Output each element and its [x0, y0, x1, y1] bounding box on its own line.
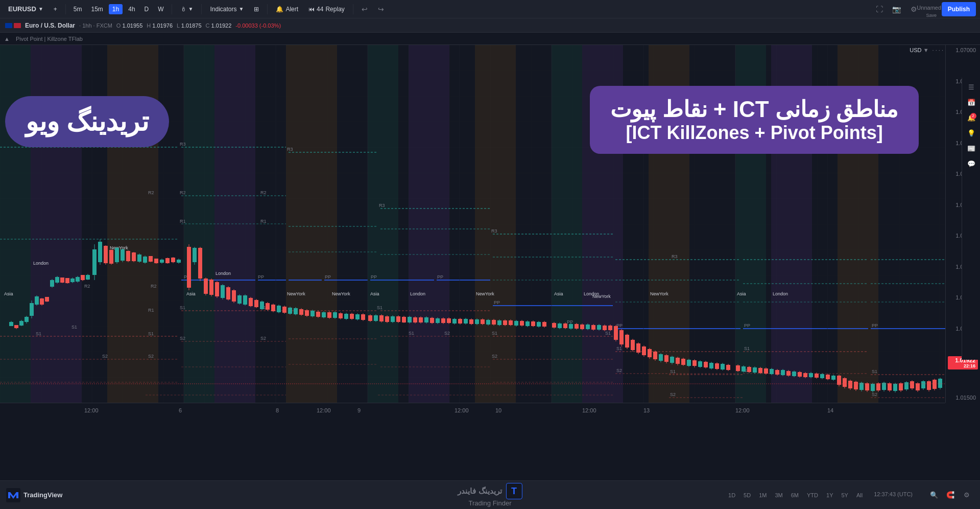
separator4: [267, 4, 268, 14]
date-label-12-5: 12:00: [735, 407, 750, 413]
account-name: Unnamed: [917, 5, 941, 11]
zoom-icon[interactable]: 🔍: [927, 488, 941, 502]
svg-rect-101: [282, 307, 286, 313]
chart-area[interactable]: تریدینگ ویو مناطق زمانی ICT + نقاط پیوت …: [0, 45, 980, 403]
btf-3m[interactable]: 3M: [772, 491, 785, 499]
tf-4h[interactable]: 4h: [125, 4, 138, 14]
svg-rect-219: [619, 330, 624, 344]
s1-label-2: S1: [180, 305, 185, 310]
ideas-icon[interactable]: 💡: [964, 126, 978, 140]
fullscreen-button[interactable]: ⛶: [872, 2, 887, 16]
svg-rect-307: [871, 384, 875, 391]
undo-icon: ↩: [362, 5, 368, 13]
r2-label-3: R2: [260, 190, 267, 195]
account-selector[interactable]: Unnamed ▼ Save: [924, 1, 939, 18]
svg-rect-91: [254, 300, 258, 307]
magnet-icon[interactable]: 🧲: [943, 488, 958, 502]
btf-1y[interactable]: 1Y: [823, 491, 836, 499]
svg-rect-209: [591, 325, 595, 330]
newyork-label-2: NewYork: [287, 291, 305, 296]
svg-rect-7: [19, 321, 23, 326]
r3-label-4: R3: [491, 228, 497, 234]
svg-rect-143: [402, 317, 406, 322]
btf-all[interactable]: All: [853, 491, 866, 499]
indicators-button[interactable]: Indicators ▼: [206, 4, 248, 15]
news-icon[interactable]: 📰: [964, 141, 978, 155]
btf-1d[interactable]: 1D: [725, 491, 738, 499]
svg-rect-279: [792, 372, 796, 376]
svg-rect-85: [237, 295, 242, 304]
chevron-down-icon: ▼: [38, 6, 43, 12]
s1-label-10: S1: [616, 346, 622, 351]
tf-1h[interactable]: 1h: [109, 4, 123, 14]
svg-rect-159: [447, 318, 451, 323]
s2-label-9: S2: [872, 392, 877, 397]
svg-rect-177: [497, 320, 501, 325]
date-label-13: 13: [643, 407, 650, 413]
svg-rect-37: [98, 242, 102, 262]
s2-label-4: S2: [260, 336, 266, 341]
redo-button[interactable]: ↪: [374, 2, 388, 16]
r2-label-1: R2: [180, 190, 186, 195]
tf-5m[interactable]: 5m: [70, 4, 86, 14]
newyork-label-4: NewYork: [476, 291, 494, 296]
svg-rect-185: [520, 321, 524, 326]
svg-rect-267: [758, 368, 762, 373]
svg-rect-173: [486, 320, 490, 325]
alert-button[interactable]: 🔔 Alert: [272, 4, 302, 15]
tf-d[interactable]: D: [141, 4, 153, 14]
svg-rect-273: [775, 370, 779, 375]
svg-rect-111: [310, 311, 315, 316]
btf-5d[interactable]: 5D: [740, 491, 754, 499]
r1-label-1: R1: [148, 308, 154, 313]
svg-rect-233: [659, 354, 663, 361]
layout-button[interactable]: ⊞: [250, 4, 263, 15]
btf-ytd[interactable]: YTD: [804, 491, 821, 499]
undo-button[interactable]: ↩: [357, 2, 372, 16]
screenshot-button[interactable]: 📷: [890, 2, 904, 16]
svg-rect-11: [30, 303, 34, 316]
svg-rect-259: [736, 365, 740, 371]
s2-label-1: S2: [102, 354, 108, 359]
banner-left: تریدینگ ویو: [5, 96, 169, 147]
tf-15m[interactable]: 15m: [88, 4, 107, 14]
svg-rect-187: [525, 321, 530, 326]
pair-label: EURUSD: [8, 5, 36, 13]
s2-label-3: S2: [180, 336, 185, 341]
chart-type-button[interactable]: 🕯 ▼: [176, 4, 198, 15]
svg-rect-35: [92, 249, 97, 275]
btf-1m[interactable]: 1M: [756, 491, 770, 499]
r3-label-3: R3: [379, 203, 385, 208]
svg-rect-277: [786, 371, 791, 376]
chat-icon[interactable]: 💬: [964, 156, 978, 171]
layout-icon: ⊞: [254, 6, 259, 13]
svg-rect-59: [160, 260, 164, 263]
publish-button[interactable]: Publish: [942, 2, 976, 16]
svg-rect-317: [899, 383, 903, 390]
btf-5y[interactable]: 5Y: [838, 491, 851, 499]
s1-label-4: S1: [377, 305, 383, 310]
pp-label-5: PP: [437, 274, 443, 280]
svg-rect-203: [575, 324, 579, 329]
svg-rect-269: [764, 368, 768, 374]
replay-icon: ⏮: [308, 6, 315, 13]
alerts-icon[interactable]: 🔔 2: [964, 110, 978, 125]
r2-label-4: R2: [84, 284, 90, 289]
svg-rect-241: [681, 359, 685, 365]
calendar-icon[interactable]: 📅: [964, 95, 978, 109]
pair-selector[interactable]: EURUSD ▼: [4, 3, 47, 15]
btf-6m[interactable]: 6M: [788, 491, 802, 499]
svg-rect-151: [424, 317, 428, 322]
add-symbol-button[interactable]: +: [50, 4, 61, 15]
expand-icon[interactable]: ▲: [4, 36, 10, 42]
tf-w[interactable]: W: [154, 4, 167, 14]
save-label: Save: [926, 13, 937, 18]
s1-label-11: S1: [744, 346, 750, 351]
usd-label: USD ▼ · · · ·: [910, 47, 943, 53]
svg-rect-17: [45, 297, 49, 302]
watchlist-icon[interactable]: ☰: [964, 80, 978, 94]
replay-button[interactable]: ⏮ 44 Replay: [304, 4, 349, 15]
settings-bottom-icon[interactable]: ⚙: [960, 488, 974, 502]
asia-kz-4: [552, 45, 582, 403]
us-flag: [14, 23, 21, 28]
